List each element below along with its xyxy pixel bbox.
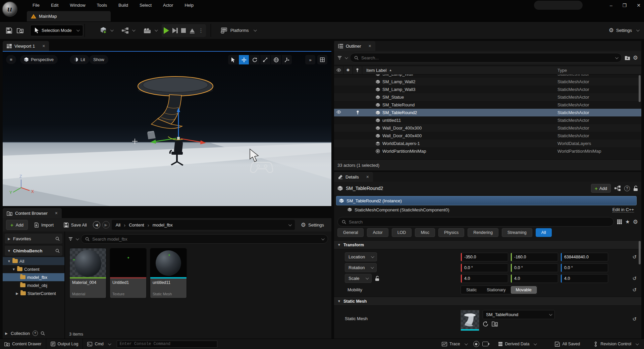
add-actor-dropdown[interactable] (100, 25, 113, 36)
output-log-button[interactable]: Output Log (46, 339, 83, 349)
lit-dropdown[interactable]: Lit (70, 55, 89, 64)
tree-item-startercontent[interactable]: ▶ StarterContent (3, 289, 64, 297)
revert-icon[interactable]: ↺ (632, 254, 637, 260)
viewport-3d-canvas[interactable]: Z Y X ≡ Perspective Lit Show (3, 51, 331, 206)
favorites-section[interactable]: ▶ Favorites (5, 234, 62, 244)
outliner-search-input[interactable] (361, 55, 610, 60)
revert-icon[interactable]: ↺ (632, 276, 637, 282)
revert-icon[interactable]: ↺ (632, 287, 637, 293)
trace-dropdown[interactable]: Trace (437, 339, 471, 349)
tree-item-model-fbx[interactable]: model_fbx (3, 273, 64, 281)
category-general[interactable]: General (337, 228, 364, 237)
save-all-button[interactable]: Save All (60, 220, 91, 230)
asset-search-input[interactable] (92, 237, 317, 242)
cinematics-dropdown[interactable] (143, 25, 157, 36)
scale-dropdown[interactable]: Scale (345, 274, 372, 283)
visibility-eye-icon[interactable] (334, 110, 343, 115)
mobility-stationary[interactable]: Stationary (482, 287, 510, 293)
tree-item-all[interactable]: ▼ All (3, 257, 64, 265)
add-button[interactable]: + Add (6, 220, 28, 230)
derived-data-dropdown[interactable]: Derived Data (494, 339, 541, 349)
browse-to-asset-icon[interactable] (492, 321, 498, 327)
record-icon[interactable] (473, 341, 479, 347)
category-rendering[interactable]: Rendering (468, 228, 498, 237)
edit-in-cpp-link[interactable]: Edit in C++ (612, 207, 634, 212)
rotation-x-field[interactable]: 0.0 ° (461, 263, 508, 272)
outliner-filter-dropdown[interactable] (337, 56, 347, 60)
menu-help[interactable]: Help (179, 0, 199, 11)
star-column-icon[interactable]: ✱ (343, 66, 353, 74)
outliner-row[interactable]: SM_Lamp_Wall2 StaticMeshActor (334, 78, 641, 86)
content-browser-tab[interactable]: Content Browser × (3, 208, 62, 218)
platforms-dropdown[interactable]: Platforms (220, 28, 256, 34)
revert-icon[interactable]: ↺ (632, 310, 637, 322)
viewport-layout-button[interactable] (317, 55, 327, 64)
outliner-row[interactable]: untitled11 StaticMeshActor (334, 116, 641, 124)
location-dropdown[interactable]: Location (345, 252, 377, 261)
project-section[interactable]: ▼ ChimbaBench (5, 246, 62, 256)
revision-control-dropdown[interactable]: Revision Control (589, 339, 644, 349)
content-drawer-button[interactable]: Content Drawer (0, 339, 46, 349)
back-button[interactable]: ◀ (93, 221, 100, 229)
details-search-input[interactable] (349, 219, 609, 225)
rotation-z-field[interactable]: 0.0 ° (560, 263, 608, 272)
expand-toolbar-button[interactable]: » (305, 55, 315, 64)
outliner-row-selected[interactable]: SM_TableRound2 StaticMeshActor (334, 109, 641, 116)
maximize-button[interactable]: ❐ (623, 3, 627, 8)
outliner-row[interactable]: Wall_Door_400x300 StaticMeshActor (334, 124, 641, 132)
all-saved-indicator[interactable]: All Saved (550, 339, 584, 349)
close-icon[interactable]: × (369, 43, 371, 49)
new-folder-icon[interactable] (625, 55, 630, 60)
close-icon[interactable]: × (366, 174, 369, 180)
show-dropdown[interactable]: Show (89, 55, 108, 64)
mobility-movable[interactable]: Movable (511, 287, 536, 293)
location-x-field[interactable]: -350.0 (461, 253, 508, 261)
outliner-search[interactable] (350, 53, 622, 62)
location-z-field[interactable]: 638448840.0 (560, 253, 608, 261)
blueprints-dropdown[interactable] (121, 25, 135, 36)
category-all[interactable]: All (536, 228, 552, 237)
minimize-button[interactable]: – (610, 3, 612, 8)
move-tool[interactable] (239, 55, 249, 64)
scale-lock-icon[interactable] (375, 276, 379, 281)
forward-button[interactable]: ▶ (102, 221, 110, 229)
asset-tile-static-mesh[interactable]: ✦ untitled11 Static Mesh (150, 248, 186, 298)
add-component-button[interactable]: + Add (591, 184, 611, 193)
category-lod[interactable]: LOD (392, 228, 412, 237)
display-options-icon[interactable] (617, 219, 622, 225)
help-icon[interactable]: ? (624, 186, 630, 191)
close-icon[interactable]: × (42, 43, 45, 49)
cmd-dropdown[interactable]: Cmd (83, 339, 114, 349)
select-tool[interactable] (228, 55, 238, 64)
asset-tile-material[interactable]: ✦ Material_004 Material (70, 248, 106, 298)
add-collection-icon[interactable]: + (33, 331, 38, 336)
search-icon[interactable] (55, 237, 60, 241)
asset-tile-texture[interactable]: ✦ Untitled1 Texture (110, 248, 146, 298)
component-row[interactable]: StaticMeshComponent (StaticMeshComponent… (336, 205, 637, 214)
eject-button[interactable] (189, 28, 195, 34)
details-settings-icon[interactable]: ⚙ (633, 218, 638, 226)
asset-search[interactable] (81, 234, 328, 244)
import-button[interactable]: Import (30, 220, 58, 230)
viewport-options-menu[interactable]: ≡ (6, 55, 16, 64)
details-search[interactable] (337, 217, 614, 227)
unlock-icon[interactable] (633, 186, 638, 191)
breadcrumb-content[interactable]: Content (129, 222, 144, 228)
outliner-settings-icon[interactable]: ⚙ (633, 54, 638, 61)
use-selected-asset-icon[interactable] (483, 321, 488, 327)
static-mesh-thumbnail[interactable] (461, 310, 479, 331)
transform-section-header[interactable]: ▼ Transform (334, 240, 641, 249)
collection-section[interactable]: ▶ Collection + (5, 331, 45, 336)
snap-toggle[interactable] (282, 55, 292, 64)
outliner-row[interactable]: Wall_Door_400x400 StaticMeshActor (334, 132, 641, 140)
scale-x-field[interactable]: 4.0 (461, 274, 508, 283)
menu-window[interactable]: Window (64, 0, 91, 11)
category-streaming[interactable]: Streaming (502, 228, 532, 237)
level-tab-mainmap[interactable]: MainMap (27, 11, 111, 21)
search-icon[interactable] (41, 331, 45, 336)
save-icon[interactable] (3, 25, 15, 36)
pin-icon[interactable] (353, 110, 362, 115)
scale-y-field[interactable]: 4.0 (511, 274, 558, 283)
tree-item-model-obj[interactable]: model_obj (3, 281, 64, 289)
favorites-star-icon[interactable]: ★ (625, 219, 630, 225)
